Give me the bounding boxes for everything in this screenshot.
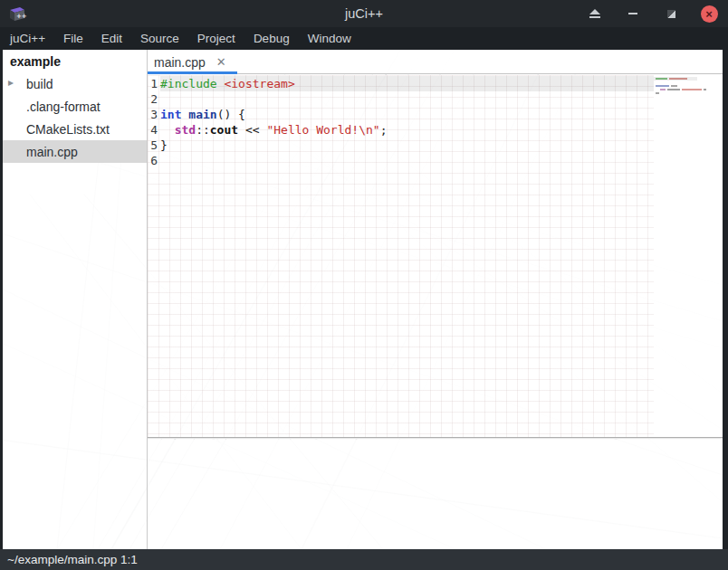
tree-item-label: .clang-format: [26, 100, 101, 114]
minimap-row: [656, 85, 723, 87]
tree-item-label: build: [26, 77, 53, 91]
shade-button[interactable]: [585, 4, 605, 24]
maximize-icon: [667, 10, 675, 18]
menu-item-source[interactable]: Source: [131, 27, 188, 50]
token-pl: [160, 123, 175, 137]
token-str: "Hello World!\n": [266, 123, 379, 137]
token-kw: int: [160, 108, 181, 121]
menu-item-edit[interactable]: Edit: [92, 27, 131, 50]
minimap-row: [656, 81, 723, 83]
line-number: 1: [148, 76, 158, 91]
output-pane[interactable]: [148, 440, 723, 549]
minimap-segment: [656, 89, 658, 90]
content-area: example▸build.clang-formatCMakeLists.txt…: [3, 50, 723, 549]
file-browser: example▸build.clang-formatCMakeLists.txt…: [3, 50, 147, 549]
pane-splitter[interactable]: [148, 437, 723, 439]
token-pl: ;: [380, 123, 388, 137]
token-pp: #include: [160, 77, 217, 90]
minimize-button[interactable]: [623, 4, 643, 24]
menu-item-project[interactable]: Project: [188, 27, 244, 50]
minimap-segment: [660, 89, 666, 90]
code-line-6[interactable]: 6: [148, 153, 654, 168]
close-icon: ×: [701, 5, 718, 23]
minimap-segment: [704, 89, 706, 90]
token-pl: <<: [238, 123, 266, 137]
token-fn: main: [188, 108, 216, 121]
code-text: std::cout << "Hello World!\n";: [160, 122, 654, 138]
minimap-segment: [656, 92, 659, 94]
code-text: }: [160, 138, 654, 153]
minimap-row: [656, 78, 723, 80]
statusbar: ~/example/main.cpp 1:1: [0, 549, 728, 570]
maximize-button[interactable]: [661, 4, 681, 24]
menu-item-window[interactable]: Window: [299, 27, 360, 50]
tabbar: main.cpp✕: [148, 50, 723, 74]
status-file-position: ~/example/main.cpp 1:1: [7, 553, 138, 566]
code-line-4[interactable]: 4 std::cout << "Hello World!\n";: [148, 122, 654, 138]
code-text: [160, 153, 654, 168]
tree-item-main-cpp[interactable]: main.cpp: [3, 140, 147, 163]
editor-pane: main.cpp✕ 1#include <iostream>23int main…: [148, 50, 723, 549]
code-line-3[interactable]: 3int main() {: [148, 107, 654, 122]
minimap-segment: [656, 85, 669, 87]
line-number: 6: [148, 153, 158, 168]
editor: 1#include <iostream>23int main() {4 std:…: [148, 75, 723, 437]
expander-icon[interactable]: ▸: [8, 76, 14, 89]
code-text: [160, 91, 654, 107]
minimap-segment: [682, 89, 702, 90]
menu-item-file[interactable]: File: [54, 27, 92, 50]
minimap-segment: [667, 89, 680, 90]
menubar: juCi++FileEditSourceProjectDebugWindow: [0, 27, 728, 50]
tree-item-cmakelists-txt[interactable]: CMakeLists.txt: [3, 118, 147, 140]
token-pl: () {: [217, 108, 245, 121]
tree-item-build[interactable]: ▸build: [3, 72, 147, 95]
line-number: 4: [148, 122, 158, 138]
token-ns: std: [175, 123, 196, 137]
tab-main-cpp[interactable]: main.cpp✕: [148, 50, 237, 74]
tree-item-label: CMakeLists.txt: [26, 122, 110, 137]
token-b: cout: [210, 123, 238, 137]
minimap-segment: [671, 85, 677, 87]
code-line-2[interactable]: 2: [148, 91, 654, 107]
juci-window: ++ juCi++ × juCi++FileEditSourceProjectD…: [0, 0, 728, 570]
tree-root-example[interactable]: example: [3, 50, 147, 72]
token-inc: <iostream>: [224, 77, 294, 90]
code-area[interactable]: 1#include <iostream>23int main() {4 std:…: [148, 75, 654, 437]
line-number: 5: [148, 138, 158, 153]
code-line-5[interactable]: 5}: [148, 138, 654, 153]
code-text: #include <iostream>: [160, 76, 654, 91]
token-pl: ::: [196, 123, 210, 137]
minimap-row: [656, 92, 723, 94]
minimap-segment: [656, 78, 667, 80]
line-number: 2: [148, 91, 158, 107]
menu-item-debug[interactable]: Debug: [244, 27, 299, 50]
titlebar[interactable]: ++ juCi++ ×: [0, 0, 728, 27]
menu-item-juci[interactable]: juCi++: [1, 27, 54, 50]
code-text: int main() {: [160, 107, 654, 122]
line-number: 3: [148, 107, 158, 122]
tab-label: main.cpp: [154, 55, 206, 70]
minimize-icon: [628, 13, 637, 14]
tree-item-label: main.cpp: [26, 145, 78, 159]
file-tree: example▸build.clang-formatCMakeLists.txt…: [3, 50, 147, 163]
minimap[interactable]: [654, 75, 723, 437]
minimap-segment: [669, 78, 687, 80]
minimap-row: [656, 89, 723, 90]
token-pl: }: [160, 138, 168, 152]
code-line-1[interactable]: 1#include <iostream>: [148, 76, 654, 91]
tree-item-clang-format[interactable]: .clang-format: [3, 95, 147, 118]
tab-close-icon[interactable]: ✕: [216, 55, 226, 69]
close-button[interactable]: ×: [699, 4, 719, 24]
